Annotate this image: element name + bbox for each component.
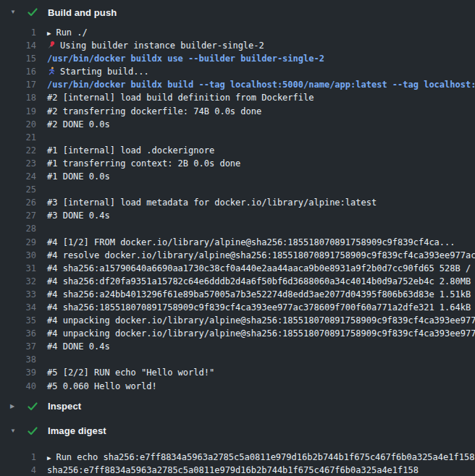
log-line: 14Using builder instance builder-single-… (0, 39, 475, 52)
log-lines-image-digest: 1▶Run echo sha256:e7ff8834a5963a2785c5a0… (0, 449, 475, 476)
line-number[interactable]: 23 (0, 157, 36, 170)
log-line: 27#3 DONE 0.4s (0, 209, 475, 222)
line-number[interactable]: 36 (0, 327, 36, 340)
log-line: 34#4 sha256:185518070891758909c9f839cf4c… (0, 301, 475, 314)
run-group-arrow-icon[interactable]: ▶ (47, 454, 51, 462)
log-text: #4 unpacking docker.io/library/alpine@sh… (36, 314, 475, 327)
log-text: #2 DONE 0.0s (36, 118, 475, 131)
log-text-content: #5 0.060 Hello world! (47, 381, 157, 391)
line-number[interactable]: 38 (0, 353, 36, 366)
line-number[interactable]: 17 (0, 78, 36, 91)
log-text-content: #2 [internal] load build definition from… (47, 93, 314, 103)
line-number[interactable]: 24 (0, 170, 36, 183)
log-text: #4 unpacking docker.io/library/alpine@sh… (36, 327, 475, 340)
line-number[interactable]: 35 (0, 314, 36, 327)
line-number[interactable]: 34 (0, 301, 36, 314)
log-text: #4 sha256:a24bb4013296f61e89ba57005a7b3e… (36, 288, 475, 301)
section-title: Build and push (48, 7, 117, 18)
run-group-arrow-icon[interactable]: ▶ (47, 30, 51, 37)
log-text-content: #2 transferring dockerfile: 74B 0.0s don… (47, 106, 261, 116)
log-text-content: Run ./ (56, 27, 87, 38)
log-line: 29#4 [1/2] FROM docker.io/library/alpine… (0, 236, 475, 249)
log-text: #5 0.060 Hello world! (36, 380, 475, 393)
line-number[interactable]: 1 (0, 451, 36, 464)
log-line: 30#4 resolve docker.io/library/alpine@sh… (0, 249, 475, 262)
line-number[interactable]: 4 (0, 464, 36, 476)
line-number[interactable]: 25 (0, 183, 36, 196)
line-number[interactable]: 39 (0, 366, 36, 379)
log-text-content: #4 sha256:185518070891758909c9f839cf4ca3… (47, 302, 475, 313)
line-number[interactable]: 18 (0, 91, 36, 104)
log-text: #5 [2/2] RUN echo "Hello world!" (36, 366, 475, 379)
section-build-and-push: ▼ Build and push 1▶Run ./14Using builder… (0, 0, 475, 394)
line-number[interactable]: 28 (0, 222, 36, 235)
log-text-content: #3 DONE 0.4s (47, 211, 110, 221)
chevron-right-icon[interactable]: ▶ (10, 404, 18, 409)
log-text: #1 DONE 0.0s (36, 170, 475, 183)
log-line: 18#2 [internal] load build definition fr… (0, 91, 475, 104)
section-title: Inspect (48, 401, 81, 412)
log-text: sha256:e7ff8834a5963a2785c5a0811e979d16b… (36, 464, 475, 476)
log-text: #4 DONE 0.4s (36, 340, 475, 353)
log-line: 31#4 sha256:a15790640a6690aa1730c38cf0a4… (0, 262, 475, 275)
pushpin-icon (47, 40, 56, 53)
line-number[interactable]: 14 (0, 39, 36, 52)
log-line: 28 (0, 222, 475, 235)
chevron-down-icon[interactable]: ▼ (10, 428, 18, 434)
line-number[interactable]: 19 (0, 105, 36, 118)
log-text: /usr/bin/docker buildx build --tag local… (36, 78, 475, 91)
line-number[interactable]: 37 (0, 340, 36, 353)
check-success-icon (28, 402, 38, 411)
workflow-log-viewer: ▼ Build and push 1▶Run ./14Using builder… (0, 0, 475, 476)
log-text-content: #4 sha256:a15790640a6690aa1730c38cf0a440… (47, 263, 475, 273)
line-number[interactable]: 15 (0, 52, 36, 65)
section-image-digest: ▼ Image digest 1▶Run echo sha256:e7ff883… (0, 419, 475, 476)
log-line: 16Starting build... (0, 65, 475, 78)
line-number[interactable]: 22 (0, 144, 36, 157)
section-title: Image digest (48, 425, 106, 436)
line-number[interactable]: 1 (0, 26, 36, 39)
line-number[interactable]: 21 (0, 131, 36, 144)
line-number[interactable]: 26 (0, 196, 36, 209)
section-header-build-and-push[interactable]: ▼ Build and push (0, 0, 475, 25)
line-number[interactable]: 16 (0, 65, 36, 78)
chevron-down-icon[interactable]: ▼ (10, 9, 18, 15)
line-number[interactable]: 32 (0, 275, 36, 288)
line-number[interactable]: 20 (0, 118, 36, 131)
log-text: #4 sha256:df20fa9351a15782c64e6dddb2d4a6… (36, 275, 475, 288)
log-line: 4sha256:e7ff8834a5963a2785c5a0811e979d16… (0, 464, 475, 476)
line-number[interactable]: 29 (0, 236, 36, 249)
log-line: 17/usr/bin/docker buildx build --tag loc… (0, 78, 475, 91)
log-line: 21 (0, 131, 475, 144)
line-number[interactable]: 33 (0, 288, 36, 301)
section-header-image-digest[interactable]: ▼ Image digest (0, 419, 475, 443)
log-lines-build-and-push: 1▶Run ./14Using builder instance builder… (0, 25, 475, 394)
log-line: 32#4 sha256:df20fa9351a15782c64e6dddb2d4… (0, 275, 475, 288)
line-number[interactable]: 30 (0, 249, 36, 262)
log-text-content: sha256:e7ff8834a5963a2785c5a0811e979d16b… (47, 465, 419, 475)
log-text: #4 resolve docker.io/library/alpine@sha2… (36, 249, 475, 262)
runner-icon (47, 66, 56, 79)
log-text-content: #4 DONE 0.4s (47, 341, 110, 352)
log-line: 25 (0, 183, 475, 196)
line-number[interactable]: 27 (0, 209, 36, 222)
log-text-content: #4 [1/2] FROM docker.io/library/alpine@s… (47, 237, 455, 247)
log-text: #2 transferring dockerfile: 74B 0.0s don… (36, 105, 475, 118)
log-text-content: #4 unpacking docker.io/library/alpine@sh… (47, 328, 475, 339)
line-number[interactable]: 40 (0, 380, 36, 393)
log-text-content: #3 [internal] load metadata for docker.i… (47, 197, 377, 208)
log-text-content: Starting build... (60, 67, 149, 77)
log-line: 40#5 0.060 Hello world! (0, 380, 475, 393)
log-text-content: #4 sha256:df20fa9351a15782c64e6dddb2d4a6… (47, 276, 475, 286)
log-text: #4 sha256:a15790640a6690aa1730c38cf0a440… (36, 262, 475, 275)
log-line: 15/usr/bin/docker buildx use --builder b… (0, 52, 475, 65)
log-text-content: Using builder instance builder-single-2 (60, 41, 264, 51)
log-text-content: #1 DONE 0.0s (47, 171, 110, 182)
line-number[interactable]: 31 (0, 262, 36, 275)
log-line: 39#5 [2/2] RUN echo "Hello world!" (0, 366, 475, 379)
log-line: 1▶Run ./ (0, 26, 475, 39)
log-line: 35#4 unpacking docker.io/library/alpine@… (0, 314, 475, 327)
log-text-content: #2 DONE 0.0s (47, 119, 110, 129)
log-text: #4 sha256:185518070891758909c9f839cf4ca3… (36, 301, 475, 314)
section-header-inspect[interactable]: ▶ Inspect (0, 394, 475, 419)
